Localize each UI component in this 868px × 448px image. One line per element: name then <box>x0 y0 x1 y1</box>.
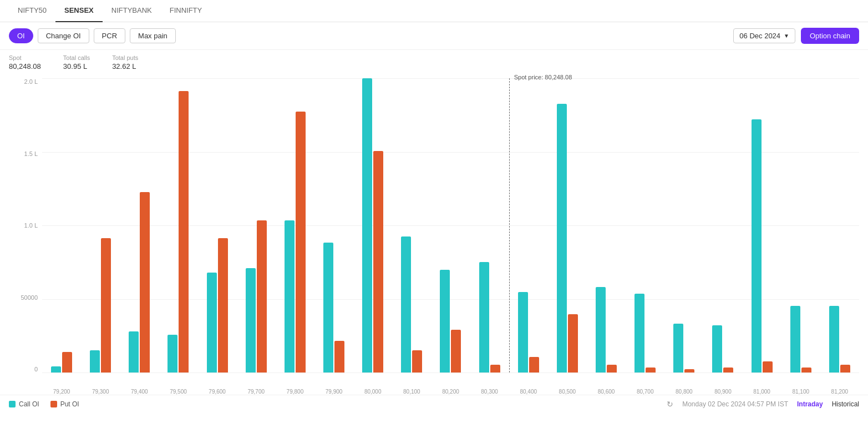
put-bar <box>723 368 733 373</box>
y-label-2: 1.0 L <box>24 222 38 229</box>
call-bar <box>207 273 217 373</box>
tab-sensex[interactable]: SENSEX <box>55 0 103 22</box>
put-oi-legend: Put OI <box>50 400 79 408</box>
call-bar <box>246 268 256 373</box>
x-label: 81,000 <box>743 386 781 395</box>
bar-group <box>276 78 314 373</box>
tab-bar: NIFTY50 SENSEX NIFTYBANK FINNIFTY <box>0 0 868 22</box>
x-label: 79,300 <box>81 386 120 395</box>
call-bar <box>285 220 295 373</box>
bar-group <box>237 78 276 373</box>
spot-label: Spot <box>9 54 41 61</box>
spot-value: 80,248.08 <box>9 62 41 71</box>
call-bar <box>712 325 722 373</box>
bar-group <box>431 78 470 373</box>
put-bar <box>334 341 344 373</box>
put-bar <box>840 365 850 373</box>
call-bar <box>129 331 139 373</box>
option-chain-button[interactable]: Option chain <box>801 28 859 44</box>
put-bar <box>490 365 500 373</box>
x-label: 80,700 <box>626 386 664 395</box>
x-label: 79,900 <box>314 386 353 395</box>
x-label: 80,000 <box>353 386 392 395</box>
put-bar <box>529 357 539 373</box>
call-bar <box>557 104 567 373</box>
change-oi-button[interactable]: Change OI <box>38 28 89 43</box>
y-label-4: 0 <box>34 366 38 373</box>
call-oi-label: Call OI <box>19 400 39 408</box>
call-bar <box>790 306 800 373</box>
timestamp-label: Monday 02 Dec 2024 04:57 PM IST <box>682 400 788 408</box>
call-bar <box>90 350 100 373</box>
put-bar <box>568 314 578 373</box>
call-bar <box>829 306 839 373</box>
put-bar <box>179 91 189 373</box>
call-bar <box>323 243 333 373</box>
footer: Call OI Put OI ↻ Monday 02 Dec 2024 04:5… <box>0 395 868 413</box>
chart-container: 2.0 L 1.5 L 1.0 L 50000 0 Spot price: 80… <box>0 73 868 395</box>
historical-button[interactable]: Historical <box>832 400 859 408</box>
bar-group <box>626 78 664 373</box>
oi-button[interactable]: OI <box>9 28 33 43</box>
put-bar <box>451 330 461 373</box>
put-bar <box>140 192 150 373</box>
bar-group <box>159 78 197 373</box>
put-bar <box>257 220 267 373</box>
x-axis: 79,20079,30079,40079,50079,60079,70079,8… <box>42 386 859 395</box>
call-bar <box>167 335 177 373</box>
tab-nifty50[interactable]: NIFTY50 <box>9 0 55 22</box>
x-label: 81,200 <box>820 386 859 395</box>
bar-group <box>353 78 392 373</box>
call-bar <box>752 119 762 373</box>
put-bar <box>218 238 228 373</box>
put-bar <box>296 112 306 373</box>
date-selector[interactable]: 06 Dec 2024 ▼ <box>733 28 795 43</box>
x-label: 79,600 <box>198 386 237 395</box>
chevron-down-icon: ▼ <box>784 33 789 39</box>
bar-group <box>120 78 159 373</box>
y-label-1: 1.5 L <box>24 150 38 157</box>
spot-stat: Spot 80,248.08 <box>9 54 41 71</box>
pcr-button[interactable]: PCR <box>94 28 125 43</box>
put-oi-label: Put OI <box>60 400 79 408</box>
put-bar <box>373 151 383 373</box>
footer-right: ↻ Monday 02 Dec 2024 04:57 PM IST Intrad… <box>667 400 859 409</box>
bar-group <box>587 78 626 373</box>
x-label: 80,100 <box>392 386 431 395</box>
bar-group <box>548 78 587 373</box>
call-oi-color <box>9 401 16 407</box>
chart-inner: Spot price: 80,248.08 <box>42 78 859 373</box>
bar-group <box>664 78 703 373</box>
put-bar <box>101 238 111 373</box>
call-bar <box>596 287 606 373</box>
bar-group <box>509 78 548 373</box>
call-bar <box>362 78 372 373</box>
call-bar <box>634 294 644 373</box>
bar-group <box>743 78 781 373</box>
bar-group <box>81 78 120 373</box>
x-label: 80,300 <box>470 386 509 395</box>
intraday-button[interactable]: Intraday <box>797 400 823 408</box>
x-label: 80,400 <box>509 386 548 395</box>
put-bar <box>801 368 811 373</box>
max-pain-button[interactable]: Max pain <box>130 28 176 43</box>
total-calls-stat: Total calls 30.95 L <box>63 54 90 71</box>
x-label: 79,700 <box>237 386 276 395</box>
x-label: 80,200 <box>431 386 470 395</box>
bar-group <box>42 78 81 373</box>
y-label-0: 2.0 L <box>24 78 38 85</box>
tab-finnifty[interactable]: FINNIFTY <box>161 0 211 22</box>
put-oi-color <box>50 401 57 407</box>
bar-group <box>392 78 431 373</box>
bar-group <box>470 78 509 373</box>
put-bar <box>763 361 773 373</box>
grid-line-bottom <box>42 373 859 373</box>
x-label: 81,100 <box>781 386 820 395</box>
call-bar <box>440 270 450 373</box>
call-bar <box>518 292 528 373</box>
stats-bar: Spot 80,248.08 Total calls 30.95 L Total… <box>0 50 868 73</box>
bar-group <box>314 78 353 373</box>
tab-niftybank[interactable]: NIFTYBANK <box>103 0 161 22</box>
x-label: 79,200 <box>42 386 81 395</box>
bar-group <box>703 78 742 373</box>
